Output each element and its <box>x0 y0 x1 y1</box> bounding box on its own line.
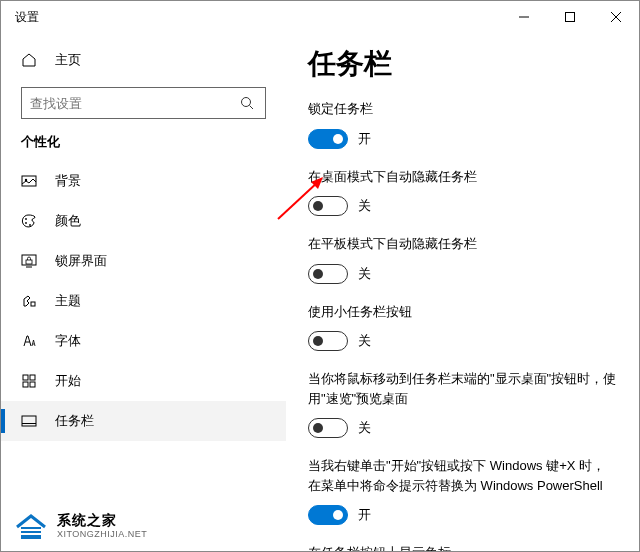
svg-rect-25 <box>21 533 41 535</box>
window-controls <box>501 1 639 33</box>
toggle-state-label: 关 <box>358 332 371 350</box>
setting-item: 在任务栏按钮上显示角标开 <box>308 543 617 551</box>
watermark-logo-icon <box>13 511 49 541</box>
toggle-state-label: 关 <box>358 197 371 215</box>
svg-rect-19 <box>22 416 36 426</box>
minimize-button[interactable] <box>501 1 547 33</box>
nav-item-themes[interactable]: 主题 <box>1 281 286 321</box>
setting-label: 在桌面模式下自动隐藏任务栏 <box>308 167 617 187</box>
nav-label: 字体 <box>55 332 81 350</box>
nav-item-lockscreen[interactable]: 锁屏界面 <box>1 241 286 281</box>
svg-point-9 <box>25 222 27 224</box>
svg-rect-1 <box>566 13 575 22</box>
svg-rect-18 <box>30 382 35 387</box>
svg-rect-24 <box>21 529 41 531</box>
themes-icon <box>21 293 37 309</box>
nav-item-start[interactable]: 开始 <box>1 361 286 401</box>
close-icon <box>611 12 621 22</box>
category-label: 个性化 <box>1 133 286 161</box>
setting-item: 当我右键单击"开始"按钮或按下 Windows 键+X 时，在菜单中将命令提示符… <box>308 456 617 525</box>
svg-rect-16 <box>30 375 35 380</box>
setting-label: 在任务栏按钮上显示角标 <box>308 543 617 551</box>
nav-label: 颜色 <box>55 212 81 230</box>
svg-point-10 <box>29 224 31 226</box>
home-label: 主页 <box>55 51 81 69</box>
svg-rect-13 <box>26 260 32 264</box>
setting-label: 锁定任务栏 <box>308 99 617 119</box>
lockscreen-icon <box>21 253 37 269</box>
svg-rect-15 <box>23 375 28 380</box>
maximize-icon <box>565 12 575 22</box>
taskbar-icon <box>21 413 37 429</box>
setting-label: 当我右键单击"开始"按钮或按下 Windows 键+X 时，在菜单中将命令提示符… <box>308 456 617 495</box>
svg-point-4 <box>242 98 251 107</box>
toggle-state-label: 开 <box>358 130 371 148</box>
nav-item-colors[interactable]: 颜色 <box>1 201 286 241</box>
toggle-switch[interactable] <box>308 418 348 438</box>
nav-label: 任务栏 <box>55 412 94 430</box>
window-title: 设置 <box>15 9 39 26</box>
toggle-state-label: 开 <box>358 506 371 524</box>
setting-label: 当你将鼠标移动到任务栏末端的"显示桌面"按钮时，使用"速览"预览桌面 <box>308 369 617 408</box>
toggle-switch[interactable] <box>308 505 348 525</box>
svg-rect-17 <box>23 382 28 387</box>
nav-label: 主题 <box>55 292 81 310</box>
page-title: 任务栏 <box>308 45 617 83</box>
close-button[interactable] <box>593 1 639 33</box>
toggle-switch[interactable] <box>308 331 348 351</box>
toggle-switch[interactable] <box>308 196 348 216</box>
palette-icon <box>21 213 37 229</box>
start-icon <box>21 373 37 389</box>
maximize-button[interactable] <box>547 1 593 33</box>
toggle-switch[interactable] <box>308 264 348 284</box>
nav-list: 背景 颜色 锁屏界面 主题 字体 开始 <box>1 161 286 441</box>
setting-item: 使用小任务栏按钮关 <box>308 302 617 352</box>
sidebar: 主页 个性化 背景 颜色 锁屏界面 <box>1 33 286 551</box>
svg-rect-6 <box>22 176 36 186</box>
home-nav[interactable]: 主页 <box>1 41 286 79</box>
toggle-state-label: 关 <box>358 265 371 283</box>
setting-item: 在平板模式下自动隐藏任务栏关 <box>308 234 617 284</box>
minimize-icon <box>519 12 529 22</box>
main-panel: 任务栏 锁定任务栏开在桌面模式下自动隐藏任务栏关在平板模式下自动隐藏任务栏关使用… <box>286 33 639 551</box>
search-input[interactable] <box>30 96 237 111</box>
setting-item: 在桌面模式下自动隐藏任务栏关 <box>308 167 617 217</box>
home-icon <box>21 52 37 68</box>
svg-rect-14 <box>31 302 35 306</box>
search-icon <box>237 96 257 110</box>
watermark-name: 系统之家 <box>57 512 147 529</box>
nav-label: 开始 <box>55 372 81 390</box>
watermark: 系统之家 XITONGZHIJIA.NET <box>13 511 147 541</box>
svg-line-5 <box>250 106 254 110</box>
nav-label: 背景 <box>55 172 81 190</box>
toggle-state-label: 关 <box>358 419 371 437</box>
titlebar: 设置 <box>1 1 639 33</box>
nav-item-background[interactable]: 背景 <box>1 161 286 201</box>
nav-item-taskbar[interactable]: 任务栏 <box>1 401 286 441</box>
nav-item-fonts[interactable]: 字体 <box>1 321 286 361</box>
picture-icon <box>21 173 37 189</box>
setting-item: 当你将鼠标移动到任务栏末端的"显示桌面"按钮时，使用"速览"预览桌面关 <box>308 369 617 438</box>
setting-label: 在平板模式下自动隐藏任务栏 <box>308 234 617 254</box>
nav-label: 锁屏界面 <box>55 252 107 270</box>
svg-rect-12 <box>26 267 32 268</box>
svg-point-8 <box>25 218 27 220</box>
setting-label: 使用小任务栏按钮 <box>308 302 617 322</box>
font-icon <box>21 333 37 349</box>
watermark-url: XITONGZHIJIA.NET <box>57 529 147 540</box>
setting-item: 锁定任务栏开 <box>308 99 617 149</box>
search-box[interactable] <box>21 87 266 119</box>
toggle-switch[interactable] <box>308 129 348 149</box>
